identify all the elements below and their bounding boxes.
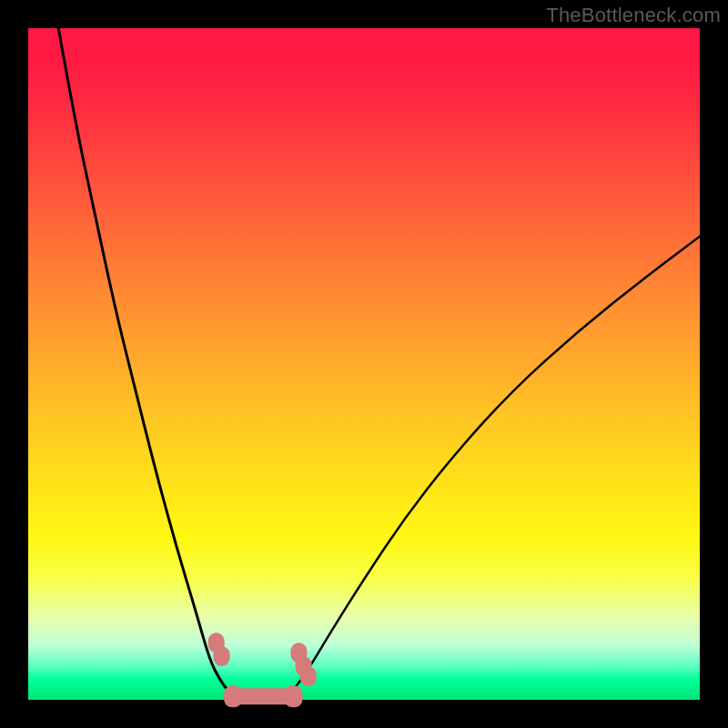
- curve-layer: [0, 0, 728, 728]
- marker-group: [208, 632, 317, 686]
- trough-bar-cap: [224, 685, 242, 707]
- left-bottleneck-curve: [58, 28, 249, 700]
- trough-bar: [224, 685, 302, 707]
- right-bottleneck-curve: [283, 237, 700, 700]
- watermark-text: TheBottleneck.com: [546, 4, 721, 27]
- curve-marker: [300, 666, 317, 686]
- trough-bar-cap: [285, 685, 303, 707]
- outer-frame: TheBottleneck.com: [0, 0, 728, 728]
- curve-marker: [214, 646, 230, 666]
